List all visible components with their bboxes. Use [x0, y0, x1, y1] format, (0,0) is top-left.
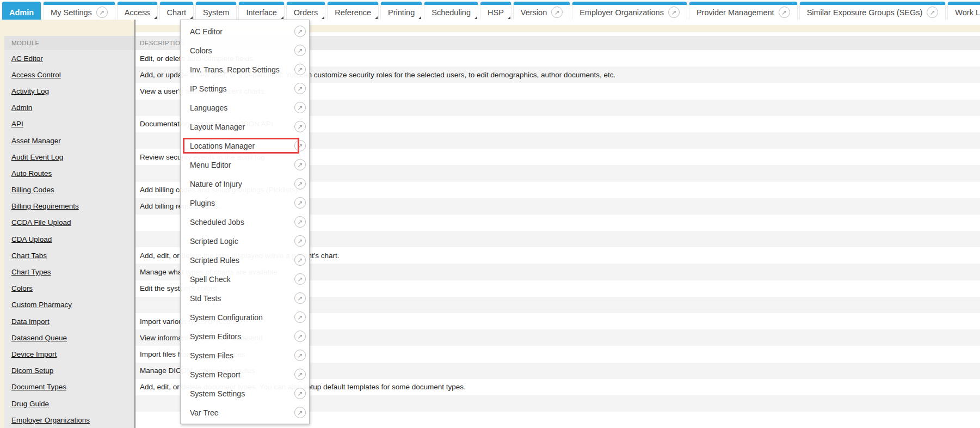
- menu-item-layout-manager[interactable]: Layout Manager↗: [181, 117, 309, 136]
- tab-admin[interactable]: Admin: [2, 2, 41, 20]
- tab-scheduling[interactable]: Scheduling: [424, 2, 478, 20]
- menu-item-system-editors[interactable]: System Editors↗: [181, 327, 309, 346]
- module-link[interactable]: Document Types: [11, 383, 66, 391]
- system-dropdown-menu: AC Editor↗Colors↗Inv. Trans. Report Sett…: [180, 20, 310, 424]
- module-link[interactable]: CCDA File Upload: [11, 218, 71, 227]
- tab-label: Admin: [9, 8, 34, 17]
- menu-item-plugins[interactable]: Plugins↗: [181, 193, 309, 212]
- module-link[interactable]: Activity Log: [11, 87, 49, 95]
- tab-my-settings[interactable]: My Settings↗: [43, 2, 115, 20]
- tab-provider-management[interactable]: Provider Management↗: [689, 2, 798, 20]
- tab-work-locations[interactable]: Work Locations↗: [947, 2, 980, 20]
- menu-item-system-report[interactable]: System Report↗: [181, 365, 309, 384]
- open-in-new-window-icon[interactable]: ↗: [294, 178, 306, 189]
- tab-orders[interactable]: Orders: [286, 2, 325, 20]
- menu-item-system-configuration[interactable]: System Configuration↗: [181, 308, 309, 327]
- module-link[interactable]: Billing Requirements: [11, 202, 79, 210]
- tab-similar-exposure-groups-segs[interactable]: Similar Exposure Groups (SEGs)↗: [799, 2, 946, 20]
- open-in-new-window-icon[interactable]: ↗: [294, 197, 306, 209]
- module-link[interactable]: Auto Routes: [11, 169, 52, 178]
- open-in-new-window-icon[interactable]: ↗: [294, 26, 306, 37]
- module-link[interactable]: Employer Organizations: [11, 416, 90, 424]
- module-link[interactable]: AC Editor: [11, 54, 43, 63]
- sidebar-item-data-import: Data import: [4, 313, 134, 329]
- menu-item-system-settings[interactable]: System Settings↗: [181, 384, 309, 403]
- menu-item-var-tree[interactable]: Var Tree↗: [181, 403, 309, 422]
- open-in-new-window-icon[interactable]: ↗: [294, 292, 306, 304]
- tab-reference[interactable]: Reference: [327, 2, 379, 20]
- open-in-new-window-icon[interactable]: ↗: [294, 254, 306, 266]
- open-in-new-window-icon[interactable]: ↗: [96, 7, 108, 18]
- menu-item-system-files[interactable]: System Files↗: [181, 346, 309, 365]
- open-in-new-window-icon[interactable]: ↗: [294, 311, 306, 323]
- menu-item-spell-check[interactable]: Spell Check↗: [181, 270, 309, 289]
- menu-item-menu-editor[interactable]: Menu Editor↗: [181, 155, 309, 174]
- open-in-new-window-icon[interactable]: ↗: [294, 350, 306, 361]
- module-link[interactable]: Chart Types: [11, 268, 51, 276]
- menu-item-ac-editor[interactable]: AC Editor↗: [181, 22, 309, 41]
- menu-item-nature-of-injury[interactable]: Nature of Injury↗: [181, 174, 309, 193]
- module-link[interactable]: Audit Event Log: [11, 153, 63, 161]
- module-link[interactable]: Chart Tabs: [11, 252, 47, 260]
- open-in-new-window-icon[interactable]: ↗: [294, 273, 306, 285]
- module-link[interactable]: Data import: [11, 317, 50, 326]
- module-link[interactable]: Datasend Queue: [11, 334, 67, 342]
- sidebar-item-admin: Admin: [4, 100, 134, 116]
- module-link[interactable]: Admin: [11, 103, 32, 112]
- sidebar-item-access-control: Access Control: [4, 66, 134, 83]
- menu-item-scheduled-jobs[interactable]: Scheduled Jobs↗: [181, 212, 309, 231]
- menu-item-label: System Files: [181, 351, 294, 360]
- sidebar-item-audit-event-log: Audit Event Log: [4, 149, 134, 165]
- open-in-new-window-icon[interactable]: ↗: [779, 7, 790, 18]
- module-link[interactable]: Colors: [11, 284, 33, 292]
- open-in-new-window-icon[interactable]: ↗: [294, 369, 306, 380]
- tab-system[interactable]: System: [195, 2, 237, 20]
- tab-access[interactable]: Access: [117, 2, 158, 20]
- tab-hsp[interactable]: HSP: [480, 2, 511, 20]
- open-in-new-window-icon[interactable]: ↗: [294, 388, 306, 399]
- open-in-new-window-icon[interactable]: ↗: [294, 235, 306, 247]
- menu-item-languages[interactable]: Languages↗: [181, 98, 309, 117]
- module-link[interactable]: Asset Manager: [11, 137, 61, 145]
- open-in-new-window-icon[interactable]: ↗: [294, 83, 306, 94]
- module-link[interactable]: API: [11, 120, 23, 128]
- open-in-new-window-icon[interactable]: ↗: [294, 331, 306, 342]
- open-in-new-window-icon[interactable]: ↗: [294, 121, 306, 132]
- menu-item-colors[interactable]: Colors↗: [181, 41, 309, 60]
- open-in-new-window-icon[interactable]: ↗: [551, 7, 563, 18]
- menu-item-scripted-rules[interactable]: Scripted Rules↗: [181, 250, 309, 270]
- module-link[interactable]: CDA Upload: [11, 235, 52, 243]
- menu-item-ip-settings[interactable]: IP Settings↗: [181, 79, 309, 98]
- tab-interface[interactable]: Interface: [238, 2, 284, 20]
- menu-item-label: System Editors: [181, 332, 294, 341]
- module-link[interactable]: Dicom Setup: [11, 366, 53, 375]
- sidebar-item-document-types: Document Types: [4, 379, 134, 395]
- tab-version[interactable]: Version↗: [513, 2, 570, 20]
- tab-printing[interactable]: Printing: [380, 2, 422, 20]
- tab-employer-organizations[interactable]: Employer Organizations↗: [572, 2, 687, 20]
- open-in-new-window-icon[interactable]: ↗: [294, 45, 306, 56]
- open-in-new-window-icon[interactable]: ↗: [294, 159, 306, 170]
- sidebar-item-drug-guide: Drug Guide: [4, 395, 134, 412]
- menu-item-scripted-logic[interactable]: Scripted Logic↗: [181, 231, 309, 250]
- open-in-new-window-icon[interactable]: ↗: [294, 216, 306, 228]
- open-in-new-window-icon[interactable]: ↗: [668, 7, 680, 18]
- open-in-new-window-icon[interactable]: ↗: [294, 102, 306, 113]
- tab-label: Access: [125, 8, 150, 17]
- menu-item-locations-manager[interactable]: Locations Manager↗: [181, 136, 309, 155]
- menu-item-label: Scripted Rules: [181, 256, 294, 265]
- tab-label: Scheduling: [432, 8, 471, 17]
- module-link[interactable]: Billing Codes: [11, 186, 54, 194]
- menu-item-label: Scheduled Jobs: [181, 218, 294, 227]
- tab-chart[interactable]: Chart: [159, 2, 194, 20]
- menu-item-std-tests[interactable]: Std Tests↗: [181, 289, 309, 308]
- module-link[interactable]: Custom Pharmacy: [11, 301, 72, 309]
- module-link[interactable]: Device Import: [11, 350, 57, 358]
- open-in-new-window-icon[interactable]: ↗: [294, 140, 306, 151]
- open-in-new-window-icon[interactable]: ↗: [294, 64, 306, 75]
- module-link[interactable]: Access Control: [11, 71, 61, 79]
- open-in-new-window-icon[interactable]: ↗: [294, 407, 306, 418]
- module-link[interactable]: Drug Guide: [11, 400, 49, 408]
- open-in-new-window-icon[interactable]: ↗: [927, 7, 938, 18]
- menu-item-inv-trans-report-settings[interactable]: Inv. Trans. Report Settings↗: [181, 60, 309, 79]
